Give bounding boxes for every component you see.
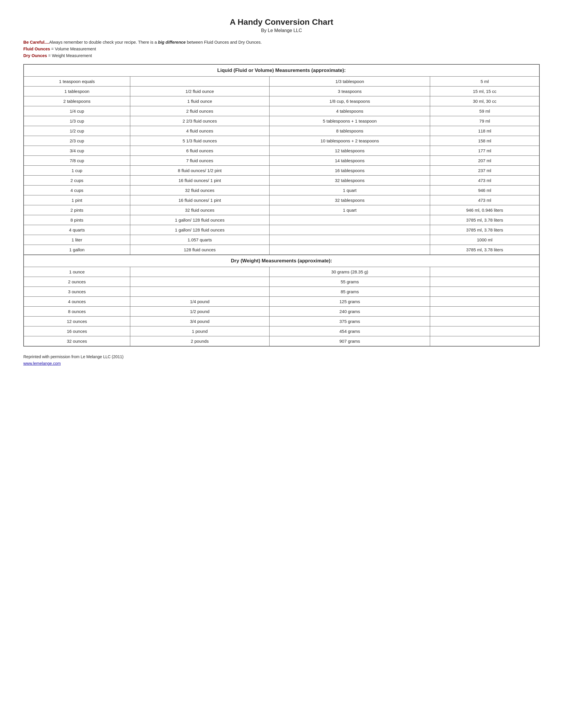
table-cell: 1000 ml [430, 235, 539, 245]
table-cell: 237 ml [430, 165, 539, 175]
table-cell [130, 267, 269, 277]
table-cell: 158 ml [430, 136, 539, 146]
table-row: 3/4 cup6 fluid ounces12 tablespoons177 m… [24, 146, 539, 156]
table-cell: 2 pounds [130, 336, 269, 346]
table-cell: 3/4 cup [24, 146, 130, 156]
table-row: 8 ounces1/2 pound240 grams [24, 306, 539, 316]
table-cell: 1/4 cup [24, 106, 130, 116]
liquid-section-header: Liquid (Fluid or Volume) Measurements (a… [24, 64, 539, 77]
table-cell: 4 fluid ounces [130, 126, 269, 136]
table-row: 2 pints32 fluid ounces1 quart946 ml, 0.9… [24, 205, 539, 215]
table-row: 2 tablespoons1 fluid ounce1/8 cup, 6 tea… [24, 96, 539, 106]
table-cell: 55 grams [269, 277, 430, 287]
fluid-eq: = Volume Measurement [50, 47, 96, 51]
table-cell: 12 tablespoons [269, 146, 430, 156]
table-cell [130, 287, 269, 296]
fluid-ounces-label: Fluid Ounces [23, 47, 50, 51]
table-cell: 3785 ml, 3.78 liters [430, 225, 539, 235]
table-cell: 7/8 cup [24, 156, 130, 165]
table-cell: 16 tablespoons [269, 165, 430, 175]
table-cell: 125 grams [269, 296, 430, 306]
table-cell: 1 pound [130, 326, 269, 336]
table-cell: 1/8 cup, 6 teaspoons [269, 96, 430, 106]
table-row: 12 ounces3/4 pound375 grams [24, 316, 539, 326]
table-cell [430, 326, 539, 336]
table-cell: 4 quarts [24, 225, 130, 235]
table-cell: 14 tablespoons [269, 156, 430, 165]
table-cell: 2 fluid ounces [130, 106, 269, 116]
table-cell: 1 tablespoon [24, 86, 130, 96]
footer-link[interactable]: www.lemelange.com [23, 361, 61, 366]
table-cell: 1 quart [269, 205, 430, 215]
table-cell: 1 fluid ounce [130, 96, 269, 106]
table-cell: 1 gallon [24, 245, 130, 255]
table-cell: 4 tablespoons [269, 106, 430, 116]
table-cell: 1/4 pound [130, 296, 269, 306]
dry-ounces-label: Dry Ounces [23, 53, 47, 58]
table-row: 2/3 cup5 1/3 fluid ounces10 tablespoons … [24, 136, 539, 146]
table-cell: 2 cups [24, 175, 130, 185]
table-row: 1 pint16 fluid ounces/ 1 pint32 tablespo… [24, 195, 539, 205]
table-cell: 1 gallon/ 128 fluid ounces [130, 215, 269, 225]
table-cell: 4 cups [24, 185, 130, 195]
table-row: 1/3 cup2 2/3 fluid ounces5 tablespoons +… [24, 116, 539, 126]
table-cell: 30 ml, 30 cc [430, 96, 539, 106]
table-cell [430, 277, 539, 287]
table-cell: 1/2 cup [24, 126, 130, 136]
table-cell: 2 ounces [24, 277, 130, 287]
table-cell: 946 ml [430, 185, 539, 195]
warning-text: Always remember to double check your rec… [49, 40, 158, 45]
table-cell: 5 ml [430, 76, 539, 86]
big-difference-text: big difference [158, 40, 186, 45]
table-row: 1/2 cup4 fluid ounces8 tablespoons118 ml [24, 126, 539, 136]
table-cell: 946 ml, 0.946 liters [430, 205, 539, 215]
table-row: 2 cups16 fluid ounces/ 1 pint32 tablespo… [24, 175, 539, 185]
dry-eq: = Weight Measurement [47, 53, 92, 58]
table-cell: 1 pint [24, 195, 130, 205]
warning-block: Be Careful....Always remember to double … [23, 39, 540, 59]
table-cell: 907 grams [269, 336, 430, 346]
table-row: 1 tablespoon1/2 fluid ounce3 teaspoons15… [24, 86, 539, 96]
table-cell: 32 ounces [24, 336, 130, 346]
table-cell: 1 cup [24, 165, 130, 175]
table-cell: 1 ounce [24, 267, 130, 277]
table-cell: 5 1/3 fluid ounces [130, 136, 269, 146]
table-cell: 2 tablespoons [24, 96, 130, 106]
table-cell: 4 ounces [24, 296, 130, 306]
table-row: 1/4 cup2 fluid ounces4 tablespoons59 ml [24, 106, 539, 116]
table-row: 8 pints1 gallon/ 128 fluid ounces3785 ml… [24, 215, 539, 225]
table-cell: 1 liter [24, 235, 130, 245]
table-cell [430, 296, 539, 306]
table-cell: 3785 ml, 3.78 liters [430, 215, 539, 225]
table-cell: 8 pints [24, 215, 130, 225]
table-cell [269, 225, 430, 235]
table-cell [269, 235, 430, 245]
table-cell: 207 ml [430, 156, 539, 165]
table-row: 2 ounces55 grams [24, 277, 539, 287]
table-cell [430, 306, 539, 316]
table-cell: 10 tablespoons + 2 teaspoons [269, 136, 430, 146]
table-cell [130, 277, 269, 287]
table-cell: 7 fluid ounces [130, 156, 269, 165]
page-title: A Handy Conversion Chart [23, 17, 540, 27]
table-cell: 32 fluid ounces [130, 205, 269, 215]
table-cell: 5 tablespoons + 1 teaspoon [269, 116, 430, 126]
table-cell: 16 ounces [24, 326, 130, 336]
table-cell: 128 fluid ounces [130, 245, 269, 255]
table-cell: 3 teaspoons [269, 86, 430, 96]
be-careful-label: Be Careful.... [23, 40, 49, 45]
table-row: 4 ounces1/4 pound125 grams [24, 296, 539, 306]
table-cell [430, 267, 539, 277]
table-cell: 16 fluid ounces/ 1 pint [130, 195, 269, 205]
table-cell: 2 2/3 fluid ounces [130, 116, 269, 126]
table-cell: 1 gallon/ 128 fluid ounces [130, 225, 269, 235]
table-cell [430, 336, 539, 346]
table-cell: 2/3 cup [24, 136, 130, 146]
table-row: 16 ounces1 pound454 grams [24, 326, 539, 336]
table-cell: 375 grams [269, 316, 430, 326]
table-row: 4 cups32 fluid ounces1 quart946 ml [24, 185, 539, 195]
table-cell: 59 ml [430, 106, 539, 116]
table-cell: 2 pints [24, 205, 130, 215]
table-cell: 1/3 tablespoon [269, 76, 430, 86]
table-cell: 1 quart [269, 185, 430, 195]
